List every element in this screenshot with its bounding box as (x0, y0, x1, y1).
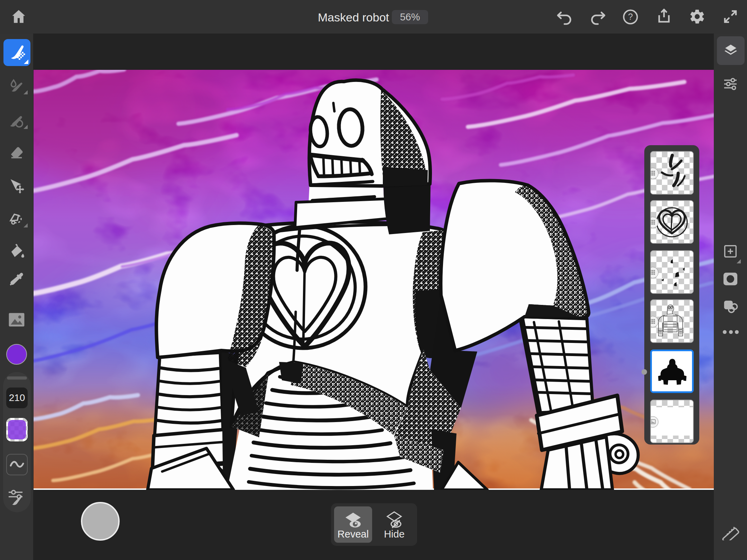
svg-text:?: ? (628, 12, 633, 21)
